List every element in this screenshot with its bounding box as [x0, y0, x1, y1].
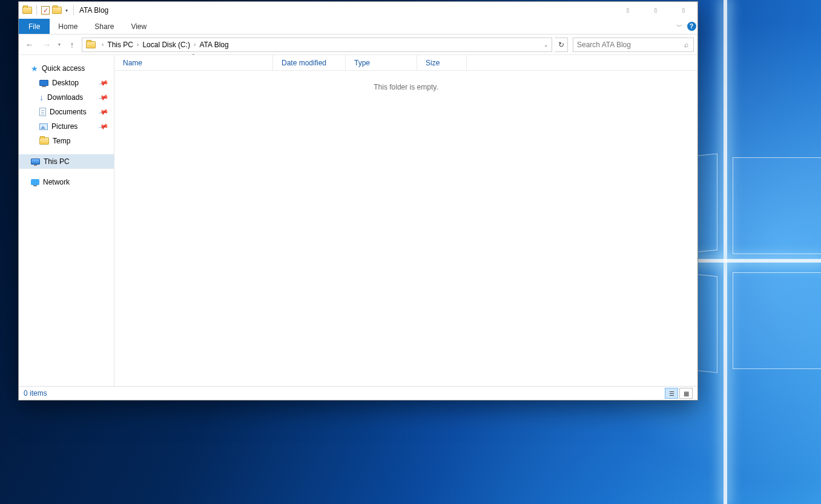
sort-ascending-icon: ˄ [192, 53, 195, 59]
up-button[interactable]: ↑ [65, 38, 79, 52]
folder-icon [82, 41, 99, 48]
titlebar[interactable]: ✓ ▾ ATA Blog    [19, 2, 697, 19]
search-input[interactable] [573, 38, 679, 51]
address-dropdown-icon[interactable]: ⌄ [541, 42, 552, 48]
breadcrumb-local-disk[interactable]: Local Disk (C:) [141, 41, 191, 49]
download-icon: ↓ [39, 93, 44, 102]
column-size[interactable]: Size [417, 55, 467, 70]
maximize-button[interactable]:  [642, 2, 670, 19]
breadcrumb-this-pc[interactable]: This PC [106, 41, 134, 49]
sidebar-item-temp[interactable]: Temp [19, 134, 114, 148]
window-controls:    [614, 2, 697, 19]
folder-icon [39, 137, 49, 145]
column-label: Date modified [282, 59, 326, 67]
content-pane: Name ˄ Date modified Type Size This fold… [114, 55, 697, 386]
empty-text: This folder is empty. [374, 83, 438, 386]
this-pc-icon [31, 159, 40, 165]
sidebar-item-documents[interactable]: Documents 📌 [19, 105, 114, 119]
desktop-icon [39, 80, 48, 86]
desktop-background-pane [733, 157, 821, 254]
separator [36, 5, 37, 15]
history-dropdown-icon[interactable]: ▾ [56, 42, 62, 47]
status-bar: 0 items ☰ ▦ [19, 386, 697, 400]
new-folder-icon[interactable] [52, 7, 62, 14]
address-bar[interactable]: › This PC › Local Disk (C:) › ATA Blog ⌄ [82, 38, 552, 52]
sidebar-item-label: Temp [53, 137, 70, 145]
tab-home[interactable]: Home [50, 19, 86, 34]
column-type[interactable]: Type [346, 55, 417, 70]
file-explorer-window: ✓ ▾ ATA Blog    File Home Share View … [18, 1, 698, 401]
column-name[interactable]: Name ˄ [114, 55, 273, 70]
column-headers: Name ˄ Date modified Type Size [114, 55, 697, 71]
navigation-pane: ★ Quick access Desktop 📌 ↓ Downloads 📌 D… [19, 55, 114, 386]
item-count: 0 items [24, 389, 47, 398]
sidebar-item-label: This PC [44, 157, 70, 166]
ribbon-expand-icon[interactable]: ﹀ [673, 19, 685, 34]
explorer-body: ★ Quick access Desktop 📌 ↓ Downloads 📌 D… [19, 55, 697, 386]
sidebar-item-label: Documents [50, 108, 87, 116]
sidebar-item-label: Pictures [51, 122, 77, 131]
help-button[interactable]: ? [685, 19, 697, 34]
tab-view[interactable]: View [122, 19, 155, 34]
desktop-background-pane [733, 272, 821, 369]
breadcrumb-ata-blog[interactable]: ATA Blog [198, 41, 229, 49]
close-button[interactable]:  [670, 2, 697, 19]
quick-access-toolbar: ✓ ▾ [19, 5, 76, 15]
column-label: Name [123, 59, 142, 67]
sidebar-item-pictures[interactable]: Pictures 📌 [19, 119, 114, 134]
chevron-right-icon[interactable]: › [99, 41, 106, 48]
file-tab[interactable]: File [19, 19, 50, 34]
sidebar-network[interactable]: Network [19, 175, 114, 189]
forward-button[interactable]: → [39, 38, 54, 52]
pin-icon: 📌 [98, 92, 110, 103]
details-view-button[interactable]: ☰ [665, 388, 678, 399]
search-box[interactable]: ⌕ [573, 38, 694, 52]
ribbon: File Home Share View ﹀ ? [19, 19, 697, 34]
star-icon: ★ [31, 64, 38, 73]
chevron-right-icon[interactable]: › [191, 41, 198, 48]
help-icon: ? [687, 22, 696, 31]
sidebar-item-label: Desktop [52, 79, 79, 87]
sidebar-this-pc[interactable]: This PC [19, 154, 114, 169]
document-icon [39, 108, 46, 116]
minimize-button[interactable]:  [614, 2, 642, 19]
folder-icon [22, 7, 32, 14]
navigation-bar: ← → ▾ ↑ › This PC › Local Disk (C:) › AT… [19, 34, 697, 55]
pin-icon: 📌 [98, 77, 110, 88]
sidebar-item-label: Network [43, 178, 70, 186]
qat-dropdown-icon[interactable]: ▾ [64, 8, 69, 13]
separator [73, 5, 74, 15]
pictures-icon [39, 123, 48, 130]
pin-icon: 📌 [98, 106, 110, 117]
sidebar-quick-access[interactable]: ★ Quick access [19, 61, 114, 76]
network-icon [31, 179, 39, 185]
sidebar-item-desktop[interactable]: Desktop 📌 [19, 76, 114, 90]
column-label: Type [354, 59, 370, 67]
properties-icon[interactable]: ✓ [41, 6, 50, 15]
tab-share[interactable]: Share [86, 19, 122, 34]
empty-folder-message: This folder is empty. [114, 71, 697, 386]
sidebar-item-label: Quick access [42, 64, 85, 73]
sidebar-item-label: Downloads [47, 93, 83, 102]
refresh-button[interactable]: ↻ [555, 38, 568, 52]
column-date-modified[interactable]: Date modified [273, 55, 346, 70]
pin-icon: 📌 [98, 121, 110, 132]
window-title: ATA Blog [79, 6, 108, 15]
column-label: Size [426, 59, 440, 67]
back-button[interactable]: ← [22, 38, 37, 52]
search-icon[interactable]: ⌕ [679, 41, 693, 49]
sidebar-item-downloads[interactable]: ↓ Downloads 📌 [19, 90, 114, 105]
large-icons-view-button[interactable]: ▦ [679, 388, 693, 399]
chevron-right-icon[interactable]: › [134, 41, 141, 48]
